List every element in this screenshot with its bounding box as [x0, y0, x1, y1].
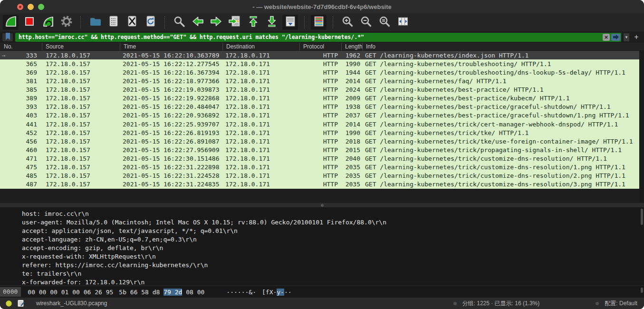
zoom-reset-button[interactable] — [376, 15, 392, 30]
packet-list-pane: No. Source Time Destination Protocol Len… — [0, 43, 644, 203]
column-header-no[interactable]: No. — [0, 43, 42, 50]
search-icon — [173, 15, 186, 30]
packet-row[interactable]: 487 172.18.0.157 2021-05-15 16:22:31.224… — [0, 180, 639, 189]
http-header-line[interactable]: accept: application/json, text/javascrip… — [0, 227, 644, 235]
packet-row[interactable]: 485 172.18.0.157 2021-05-15 16:22:31.224… — [0, 172, 639, 180]
restart-fin-icon — [41, 15, 55, 30]
profile-selector[interactable]: 配置: Default — [605, 299, 637, 308]
hex-bytes-group2-pre[interactable]: 5b 66 58 d8 — [119, 289, 163, 296]
column-header-info[interactable]: Info — [362, 43, 644, 50]
hex-ascii-highlight[interactable]: y- — [277, 289, 284, 296]
capture-options-button[interactable] — [58, 15, 74, 30]
packet-details-pane: host: imroc.cc\r\nuser-agent: Mozilla/5.… — [0, 207, 644, 285]
toolbar-separator — [304, 16, 305, 29]
zoom-out-button[interactable] — [358, 15, 374, 30]
capture-filename: wireshark_-UGL830.pcapng — [36, 300, 107, 307]
filter-apply-button[interactable] — [611, 34, 620, 41]
http-header-line[interactable]: referer: https://imroc.cc/learning-kuber… — [0, 261, 644, 270]
start-capture-button[interactable] — [3, 15, 19, 30]
status-separator-dot — [453, 302, 457, 305]
auto-scroll-button[interactable] — [282, 15, 298, 30]
packet-row[interactable]: 385 172.18.0.157 2021-05-15 16:22:19.039… — [0, 86, 639, 94]
hex-ascii-group2-pre[interactable]: [fX· — [262, 289, 277, 296]
display-filter-input[interactable]: http.host=="imroc.cc" && http.request.me… — [15, 33, 621, 42]
packet-row[interactable]: 365 172.18.0.157 2021-05-15 16:22:12.277… — [0, 59, 639, 68]
packet-row[interactable]: 381 172.18.0.157 2021-05-15 16:22:18.977… — [0, 77, 639, 85]
hex-bytes-group2-post[interactable]: 08 00 — [182, 289, 204, 296]
colorize-packets-button[interactable] — [311, 15, 327, 30]
http-header-line[interactable]: x-forwarded-for: 172.18.0.129\r\n — [0, 278, 644, 285]
open-file-button[interactable] — [87, 15, 103, 30]
first-packet-arrow: → — [2, 52, 6, 59]
go-forward-button[interactable] — [208, 15, 224, 30]
go-first-packet-button[interactable] — [245, 15, 261, 30]
expert-info-icon[interactable] — [6, 300, 12, 307]
http-header-line[interactable]: x-requested-with: XMLHttpRequest\r\n — [0, 252, 644, 261]
column-header-protocol[interactable]: Protocol — [299, 43, 341, 50]
minimize-window-button[interactable] — [28, 4, 34, 10]
stop-capture-button[interactable] — [21, 15, 37, 30]
go-back-button[interactable] — [190, 15, 205, 30]
details-scrollbar-thumb[interactable] — [641, 209, 643, 225]
http-header-line[interactable]: user-agent: Mozilla/5.0 (Macintosh; Inte… — [0, 218, 644, 227]
packet-row[interactable]: 471 172.18.0.157 2021-05-15 16:22:30.151… — [0, 154, 639, 163]
filter-history-dropdown[interactable]: ▼ — [623, 33, 630, 42]
bookmark-icon — [3, 32, 12, 43]
column-header-source[interactable]: Source — [42, 43, 120, 50]
http-header-line[interactable]: te: trailers\r\n — [0, 270, 644, 278]
close-window-button[interactable] — [17, 4, 23, 10]
column-header-time[interactable]: Time — [120, 43, 222, 50]
column-header-length[interactable]: Length — [341, 43, 362, 50]
zoom-window-button[interactable] — [38, 4, 44, 10]
colorize-icon — [312, 15, 326, 30]
packet-row[interactable]: 452 172.18.0.157 2021-05-15 16:22:26.819… — [0, 128, 639, 137]
save-file-button[interactable] — [106, 15, 121, 30]
filter-add-button[interactable]: + — [632, 33, 641, 42]
hex-offset: 0000 — [0, 287, 21, 297]
comment-note-icon — [17, 299, 25, 308]
capture-comment-button[interactable] — [17, 299, 25, 308]
apply-arrow-icon — [613, 34, 619, 40]
pane-splitter[interactable] — [0, 203, 644, 207]
packet-list-scrollbar[interactable] — [639, 51, 644, 203]
reload-file-button[interactable] — [143, 15, 158, 30]
http-header-line[interactable]: accept-language: zh-CN,en-US;q=0.7,en;q=… — [0, 235, 644, 244]
status-separator-dot — [596, 302, 599, 305]
display-filter-value[interactable]: http.host=="imroc.cc" && http.request.me… — [19, 34, 603, 40]
resize-columns-icon — [396, 15, 410, 30]
hex-bytes-highlight[interactable]: 79 2d — [163, 289, 182, 296]
filter-clear-button[interactable]: ✕ — [603, 34, 610, 41]
resize-columns-button[interactable] — [395, 15, 411, 30]
hex-bytes-group1[interactable]: 00 00 00 01 00 06 26 95 — [28, 289, 113, 296]
zoom-out-icon — [359, 15, 373, 30]
go-to-packet-button[interactable] — [227, 15, 242, 30]
packet-bytes-pane[interactable]: 0000 00 00 00 01 00 06 26 95 5b 66 58 d8… — [0, 287, 644, 297]
hex-ascii-group1[interactable]: ······&· — [226, 289, 256, 296]
close-file-button[interactable] — [124, 15, 140, 30]
zoom-in-icon — [341, 15, 354, 30]
packet-row[interactable]: 403 172.18.0.157 2021-05-15 16:22:20.936… — [0, 111, 639, 120]
go-last-packet-button[interactable] — [264, 15, 279, 30]
filter-bookmark-button[interactable] — [2, 33, 13, 42]
packet-row[interactable]: 369 172.18.0.157 2021-05-15 16:22:16.367… — [0, 68, 639, 77]
packet-row[interactable]: 460 172.18.0.157 2021-05-15 16:22:27.956… — [0, 145, 639, 154]
http-header-line[interactable]: accept-encoding: gzip, deflate, br\r\n — [0, 244, 644, 252]
status-bar: wireshark_-UGL830.pcapng 分组: 1225 · 已显示:… — [0, 297, 644, 309]
packet-row[interactable]: 456 172.18.0.157 2021-05-15 16:22:26.891… — [0, 137, 639, 145]
packet-row[interactable]: →333 172.18.0.157 2021-05-15 16:22:10.36… — [0, 51, 639, 59]
packet-row[interactable]: 475 172.18.0.157 2021-05-15 16:22:31.222… — [0, 163, 639, 172]
packet-count-summary: 分组: 1225 · 已显示: 16 (1.3%) — [462, 299, 540, 308]
hex-ascii-group2-post[interactable]: ·· — [284, 289, 292, 296]
bytes-scrollbar-thumb[interactable] — [641, 288, 643, 293]
restart-capture-button[interactable] — [40, 15, 56, 30]
column-header-destination[interactable]: Destination — [222, 43, 299, 50]
zoom-in-button[interactable] — [339, 15, 355, 30]
http-header-line[interactable]: host: imroc.cc\r\n — [0, 210, 644, 218]
packet-row[interactable]: 441 172.18.0.157 2021-05-15 16:22:25.939… — [0, 120, 639, 128]
arrow-up-bar-icon — [247, 15, 260, 30]
packet-row[interactable]: 389 172.18.0.157 2021-05-15 16:22:19.922… — [0, 94, 639, 103]
arrow-right-icon — [210, 15, 223, 30]
find-packet-button[interactable] — [171, 15, 187, 30]
splitter-handle-icon — [321, 204, 324, 207]
packet-row[interactable]: 393 172.18.0.157 2021-05-15 16:22:20.484… — [0, 103, 639, 111]
